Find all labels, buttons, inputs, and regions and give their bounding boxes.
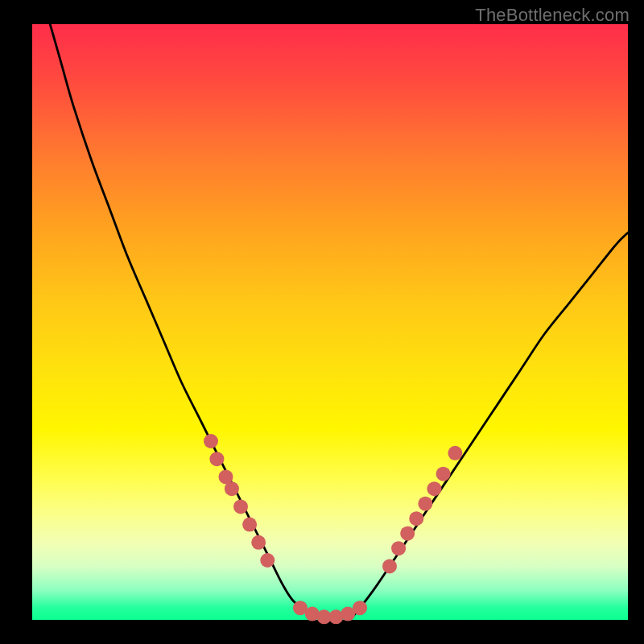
chart-plot-area: [32, 24, 628, 620]
highlight-marker: [209, 452, 224, 466]
highlight-marker: [409, 511, 423, 526]
highlight-marker: [233, 499, 248, 514]
highlight-marker: [260, 553, 275, 568]
chart-svg: [32, 24, 628, 620]
highlight-marker: [251, 535, 266, 550]
highlight-marker: [436, 467, 451, 481]
highlight-marker: [353, 601, 367, 615]
bottleneck-curve: [50, 24, 628, 621]
watermark-text: TheBottleneck.com: [475, 5, 630, 26]
highlight-marker: [204, 434, 218, 448]
highlight-marker: [391, 541, 406, 555]
highlight-marker: [242, 518, 257, 532]
highlight-marker: [418, 497, 432, 511]
highlight-markers: [204, 434, 462, 624]
highlight-marker: [382, 559, 397, 573]
highlight-marker: [427, 481, 442, 496]
highlight-marker: [448, 446, 462, 460]
highlight-marker: [400, 526, 415, 541]
highlight-marker: [225, 481, 239, 496]
